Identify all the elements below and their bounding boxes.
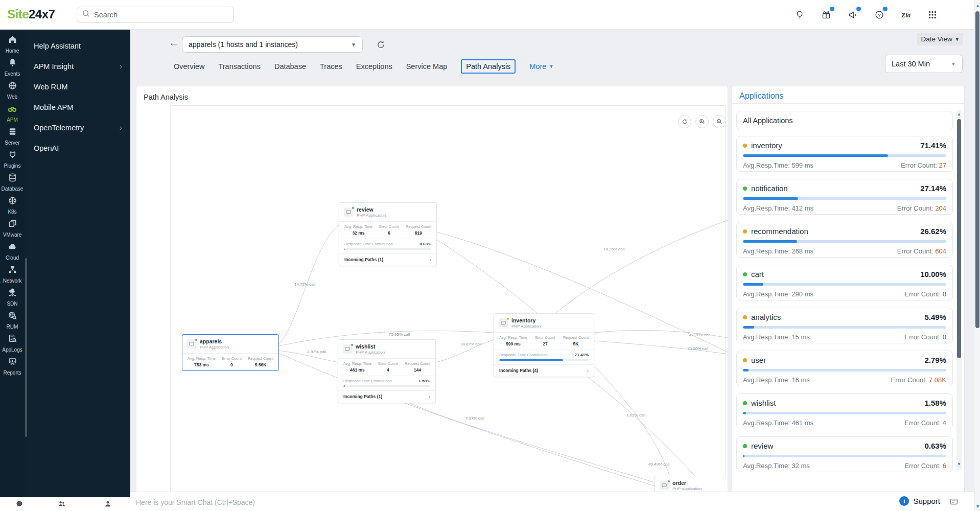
tab-overview[interactable]: Overview [174,62,204,71]
sidebar-item-apm[interactable]: APM [0,102,25,125]
tab-traces[interactable]: Traces [320,62,342,71]
tab-service-map[interactable]: Service Map [406,62,448,71]
incoming-paths-row[interactable]: Incoming Paths (4)› [494,364,594,377]
bulb-icon[interactable] [793,8,806,21]
tab-path-analysis[interactable]: Path Analysis [461,59,516,74]
app-card-review[interactable]: review0.63% Avg.Resp.Time: 32 msError Co… [736,436,953,472]
zoom-out-button[interactable] [713,115,726,128]
app-card-notification[interactable]: notification27.14% Avg.Resp.Time: 412 ms… [736,179,953,215]
menu-item-help-assistant[interactable]: Help Assistant [25,36,130,56]
menu-item-label: OpenAI [34,144,59,152]
app-card-analytics[interactable]: analytics5.49% Avg.Resp.Time: 15 msError… [736,308,953,343]
dock-chats[interactable]: Chats [13,500,26,511]
app-progress-bar [743,154,946,157]
incoming-paths-label: Incoming Paths (4) [499,368,538,373]
status-dot [667,480,670,483]
page-scrollbar-thumb[interactable] [975,11,979,328]
monitor-selector-dropdown[interactable]: apparels (1 hosts and 1 instances)▼ [182,36,363,53]
avg-resp-time: Avg.Resp.Time: 461 ms [743,419,813,427]
graph-node-inventory[interactable]: inventoryPHP Application Avg. Resp. Time… [494,313,594,377]
support-button[interactable]: iSupport [899,496,940,506]
back-arrow-icon[interactable]: ← [169,37,179,49]
app-percent: 71.41% [920,141,946,150]
logo-prefix: Site [7,7,29,21]
sidebar-item-plugins[interactable]: Plugins [0,148,25,171]
sidebar-item-events[interactable]: Events [0,56,25,79]
tab-more[interactable]: More▼ [529,62,553,71]
incoming-paths-row[interactable]: Incoming Paths (1)› [339,253,436,266]
graph-node-wishlist[interactable]: wishlistPHP Application Avg. Resp. Time4… [338,339,436,403]
sidebar-item-network[interactable]: Network [0,263,25,286]
apps-grid-icon[interactable] [926,8,939,21]
megaphone-icon[interactable] [846,8,859,21]
menu-item-label: APM Insight [34,62,74,71]
app-name: analytics [751,313,781,321]
gift-icon[interactable] [820,8,833,21]
panel-scroll-up-arrow[interactable]: ▲ [957,112,961,117]
page-scrollbar[interactable]: ▲ ▼ [974,0,980,511]
graph-node-apparels[interactable]: apparelsPHP Application Avg. Resp. Time7… [182,334,279,371]
dock-channels[interactable]: Channels [52,500,72,511]
time-range-dropdown[interactable]: Last 30 Min▼ [885,55,963,73]
chevron-right-icon: › [120,123,122,132]
reports-icon [8,357,17,368]
sidebar-item-database[interactable]: Database [0,171,25,194]
incoming-paths-row[interactable]: Incoming Paths (1)› [338,390,435,403]
menu-item-mobile-apm[interactable]: Mobile APM [25,97,130,118]
page-scroll-down-arrow[interactable]: ▼ [975,504,980,509]
tab-exceptions[interactable]: Exceptions [356,62,392,71]
app-card-inventory[interactable]: inventory71.41% Avg.Resp.Time: 599 msErr… [736,136,953,172]
sidebar-item-cloud[interactable]: Cloud [0,240,25,263]
app-card-recommendation[interactable]: recommendation26.62% Avg.Resp.Time: 268 … [736,222,953,258]
dock-contacts[interactable]: Contacts [99,500,117,511]
refresh-button[interactable] [374,38,387,51]
sidebar-item-reports[interactable]: Reports [0,355,25,378]
sidebar-item-label: RUM [7,324,18,330]
graph-refresh-button[interactable] [678,115,691,128]
sidebar-item-sdn[interactable]: SDN [0,286,25,309]
zoom-in-button[interactable] [695,115,709,128]
graph-node-review[interactable]: reviewPHP Application Avg. Resp. Time32 … [339,202,437,266]
app-card-cart[interactable]: cart10.00% Avg.Resp.Time: 290 msError Co… [736,265,953,300]
app-card-user[interactable]: user2.79% Avg.Resp.Time: 16 msError Coun… [736,351,953,386]
stat-header: Avg. Resp. Time [188,356,216,361]
smart-chat-bar: Here is your Smart Chat (Ctrl+Space) iSu… [0,492,974,511]
menu-item-label: Web RUM [34,83,68,91]
sidebar-item-server[interactable]: Server [0,125,25,148]
graph-node-order[interactable]: orderPHP Application Avg. Resp. Time Err… [655,476,728,493]
date-view-button[interactable]: Date View▼ [917,33,963,45]
stat-value: 599 ms [499,341,527,346]
smart-chat-input[interactable]: Here is your Smart Chat (Ctrl+Space) [136,498,255,506]
help-icon[interactable]: ? [873,8,886,21]
app-name: inventory [751,141,782,150]
sidebar-item-vmware[interactable]: VMware [0,217,25,240]
chevron-right-icon: › [429,394,430,400]
sidebar-item-home[interactable]: Home [0,33,25,56]
chat-bubble-icon [15,500,24,510]
menu-scrollbar-thumb[interactable] [25,258,27,437]
sidebar-item-k8s[interactable]: K8s [0,194,25,217]
applications-title: Applications [739,91,783,101]
tab-database[interactable]: Database [274,62,306,71]
menu-item-opentelemetry[interactable]: OpenTelemetry› [25,118,130,138]
node-name: wishlist [356,343,385,350]
avg-resp-time: Avg.Resp.Time: 599 ms [743,161,813,169]
app-progress-bar [743,197,946,200]
feedback-icon[interactable] [949,497,959,508]
menu-item-openai[interactable]: OpenAI [25,138,130,158]
edge-label: 73.00% call [687,346,708,351]
menu-item-web-rum[interactable]: Web RUM [25,77,130,97]
app-card-wishlist[interactable]: wishlist1.58% Avg.Resp.Time: 461 msError… [736,393,953,429]
panel-scrollbar-thumb[interactable] [957,119,961,358]
all-applications-dropdown[interactable]: All Applications [736,111,953,130]
menu-item-apm-insight[interactable]: APM Insight› [25,56,130,77]
tab-transactions[interactable]: Transactions [218,62,260,71]
site24x7-logo[interactable]: Site24x7 [7,7,55,21]
zia-icon[interactable]: Zia [899,8,913,21]
sidebar-item-web[interactable]: Web [0,79,25,102]
global-search-input[interactable]: Search [77,7,234,22]
panel-scroll-down-arrow[interactable]: ▼ [957,462,961,467]
page-scroll-up-arrow[interactable]: ▲ [975,3,980,8]
sidebar-item-rum[interactable]: RUM [0,309,25,332]
sidebar-item-applogs[interactable]: AppLogs [0,332,25,355]
